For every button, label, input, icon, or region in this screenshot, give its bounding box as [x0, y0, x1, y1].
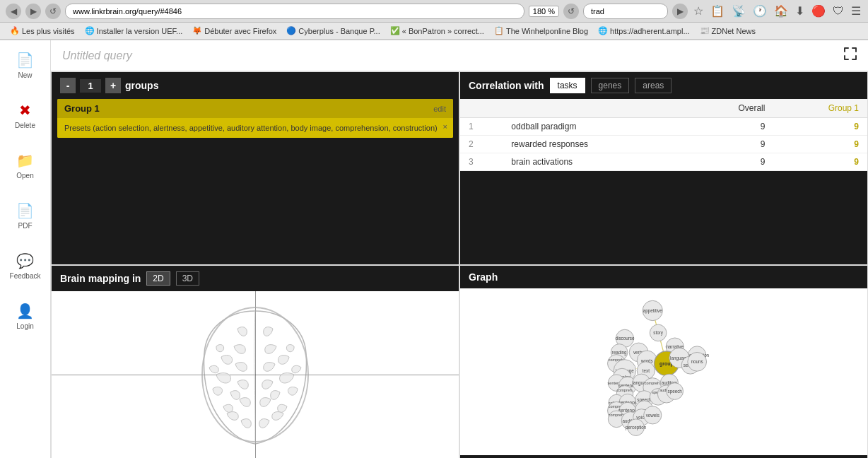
bookmark-icon-0: 🔥	[10, 26, 20, 35]
search-go-button[interactable]: ▶	[672, 4, 688, 19]
back-button[interactable]: ◀	[6, 4, 21, 19]
open-folder-icon: 📁	[16, 152, 34, 169]
sidebar-item-feedback[interactable]: 💬 Feedback	[4, 248, 47, 284]
home-icon[interactable]: 🏠	[773, 4, 790, 18]
graph-title: Graph	[469, 271, 498, 283]
bookmark-item-3[interactable]: 🔵 Cyberplus - Banque P...	[282, 25, 384, 36]
sidebar: 📄 New ✖ Delete 📁 Open 📄 PDF 💬 Feedback 👤…	[0, 40, 51, 458]
sidebar-item-open[interactable]: 📁 Open	[4, 148, 47, 184]
browser-chrome: ◀ ▶ ↺ 180 % ↺ ▶ ☆ 📋 📡 🕐 🏠 ⬇ 🔴 🛡 ☰ 🔥 Les …	[0, 0, 868, 40]
sidebar-item-login[interactable]: 👤 Login	[4, 298, 47, 334]
sidebar-item-delete[interactable]: ✖ Delete	[4, 98, 47, 134]
correlation-header: Correlation with tasks genes areas	[460, 72, 867, 99]
search-input[interactable]	[583, 4, 668, 19]
correlation-tab-genes[interactable]: genes	[591, 78, 630, 93]
row-overall-1: 9	[687, 118, 773, 136]
row-name-2: rewarded responses	[503, 136, 687, 153]
groups-header: - 1 + groups	[52, 72, 459, 99]
bookmark-icon-1: 🌐	[85, 26, 95, 35]
shield-icon[interactable]: 🛡	[831, 5, 845, 18]
extension-icon[interactable]: 🔴	[810, 4, 827, 18]
brain-tab-2d[interactable]: 2D	[146, 271, 170, 286]
bookmark-icon-3: 🔵	[286, 26, 296, 35]
sidebar-label-new: New	[18, 71, 32, 79]
address-bar[interactable]	[65, 4, 524, 19]
bookmark-label-0: Les plus visités	[22, 27, 75, 35]
bookmark-icon-4: ✅	[390, 26, 400, 35]
bookmark-item-5[interactable]: 📋 The Winhelponline Blog	[490, 25, 592, 36]
svg-text:discourse: discourse	[615, 336, 634, 341]
table-row: 2 rewarded responses 9 9	[460, 136, 867, 153]
app-container: 📄 New ✖ Delete 📁 Open 📄 PDF 💬 Feedback 👤…	[0, 40, 868, 458]
bookmark-label-6: https://adherent.ampl...	[610, 27, 690, 35]
groups-plus-button[interactable]: +	[105, 78, 121, 93]
star-icon[interactable]: ☆	[692, 4, 705, 18]
bookmark-label-1: Installer la version UEF...	[97, 27, 183, 35]
refresh-icon-btn[interactable]: ↺	[563, 4, 579, 19]
bookmark-item-7[interactable]: 📰 ZDNet News	[696, 25, 760, 36]
history-icon[interactable]: 🕐	[751, 4, 768, 18]
correlation-table-container: Overall Group 1 1 oddball paradigm 9 9	[460, 99, 867, 171]
row-name-3: brain activations	[503, 153, 687, 171]
row-name-1: oddball paradigm	[503, 118, 687, 136]
main-grid: - 1 + groups Group 1 edit Presets (actio…	[51, 71, 868, 458]
bookmark-label-2: Débuter avec Firefox	[204, 27, 276, 35]
pdf-icon: 📄	[16, 202, 34, 219]
brain-mapping-title: Brain mapping in	[60, 273, 141, 284]
sidebar-label-pdf: PDF	[18, 222, 33, 230]
page-header: Untitled query	[51, 40, 868, 71]
rss-icon[interactable]: 📡	[730, 4, 747, 18]
close-preset-button[interactable]: ×	[443, 122, 447, 131]
bookmark-label-4: « BonPatron » correct...	[402, 27, 484, 35]
zoom-level: 180 %	[529, 6, 559, 17]
row-group1-3: 9	[773, 153, 867, 171]
col-group1-header: Group 1	[773, 99, 867, 118]
groups-minus-button[interactable]: -	[60, 78, 76, 93]
bookmark-icon-6: 🌐	[598, 26, 608, 35]
bookmark-item-1[interactable]: 🌐 Installer la version UEF...	[81, 25, 187, 36]
sidebar-label-feedback: Feedback	[10, 272, 41, 280]
sidebar-item-pdf[interactable]: 📄 PDF	[4, 198, 47, 234]
edit-group-link[interactable]: edit	[433, 105, 446, 113]
bookmark-item-2[interactable]: 🦊 Débuter avec Firefox	[188, 25, 281, 36]
bookmarks-bar: 🔥 Les plus visités 🌐 Installer la versio…	[0, 23, 868, 40]
groups-panel: - 1 + groups Group 1 edit Presets (actio…	[51, 71, 459, 265]
svg-text:nouns: nouns	[691, 359, 703, 364]
col-num-header	[460, 99, 503, 118]
bookmark-item-6[interactable]: 🌐 https://adherent.ampl...	[594, 25, 694, 36]
delete-icon: ✖	[19, 102, 31, 119]
feedback-icon: 💬	[16, 252, 34, 269]
forward-button[interactable]: ▶	[25, 4, 41, 19]
bookmark-item-0[interactable]: 🔥 Les plus visités	[6, 25, 79, 36]
bookmark-icon-7: 📰	[700, 26, 710, 35]
page-title: Untitled query	[62, 49, 132, 62]
new-document-icon: 📄	[16, 52, 34, 69]
menu-icon[interactable]: ☰	[850, 4, 862, 18]
sidebar-item-new[interactable]: 📄 New	[4, 47, 47, 83]
row-num-2: 2	[460, 136, 503, 153]
correlation-table: Overall Group 1 1 oddball paradigm 9 9	[460, 99, 867, 171]
bookmark-label-5: The Winhelponline Blog	[506, 27, 588, 35]
correlation-tab-tasks[interactable]: tasks	[550, 78, 585, 93]
svg-text:appetitive: appetitive	[643, 308, 662, 314]
presets-text: Presets (action selection, alertness, ap…	[64, 124, 438, 132]
user-icon: 👤	[16, 303, 34, 319]
download-icon[interactable]: ⬇	[794, 4, 806, 18]
brain-tab-3d[interactable]: 3D	[176, 271, 199, 286]
sidebar-label-open: Open	[16, 172, 33, 180]
fullscreen-button[interactable]	[844, 47, 857, 64]
graph-svg: appetitive discourse story narrative con…	[460, 288, 867, 455]
svg-text:compreh.: compreh.	[645, 381, 661, 385]
correlation-tab-areas[interactable]: areas	[635, 78, 671, 93]
svg-text:reading: reading	[612, 350, 627, 356]
bookmark-item-4[interactable]: ✅ « BonPatron » correct...	[386, 25, 488, 36]
bookmark-label-3: Cyberplus - Banque P...	[298, 27, 380, 35]
bookmark-label-7: ZDNet News	[712, 27, 756, 35]
reader-icon[interactable]: 📋	[709, 4, 726, 18]
brain-header: Brain mapping in 2D 3D	[52, 266, 459, 291]
svg-text:speech: speech	[668, 389, 683, 394]
table-row: 3 brain activations 9 9	[460, 153, 867, 171]
reload-button[interactable]: ↺	[45, 4, 61, 19]
group-card-1: Group 1 edit Presets (action selection, …	[57, 99, 453, 138]
correlation-panel: Correlation with tasks genes areas Overa…	[459, 71, 868, 265]
